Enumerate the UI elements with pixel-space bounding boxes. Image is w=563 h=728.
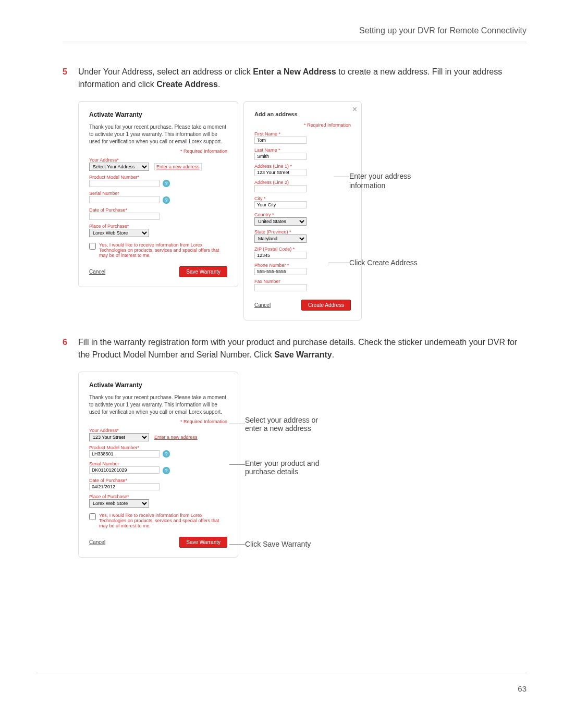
opt-in-checkbox[interactable] — [89, 513, 96, 520]
date-purchase-input[interactable] — [89, 483, 160, 490]
text: Under Your Address, select an address or… — [78, 67, 253, 76]
step6-panels: Activate Warranty Thank you for your rec… — [78, 372, 527, 558]
annot-line — [229, 544, 245, 545]
annot-line — [229, 464, 245, 465]
place-purchase-label: Place of Purchase* — [89, 224, 227, 229]
enter-new-address-link[interactable]: Enter a new address — [154, 163, 202, 170]
text: . — [332, 350, 334, 359]
cancel-link[interactable]: Cancel — [254, 302, 271, 308]
opt-in-text: Yes, I would like to receive information… — [99, 513, 227, 528]
serial-number-label: Serial Number — [89, 461, 227, 466]
save-warranty-button[interactable]: Save Warranty — [179, 537, 227, 548]
step5-panels: Activate Warranty Thank you for your rec… — [78, 101, 527, 320]
date-purchase-label: Date of Purchase* — [89, 478, 227, 483]
zip-label: ZIP (Postal Code) * — [254, 246, 351, 252]
last-name-label: Last Name * — [254, 147, 351, 153]
bold: Enter a New Address — [253, 67, 336, 76]
enter-new-address-link[interactable]: Enter a new address — [154, 435, 198, 440]
required-note: * Required Information — [89, 149, 227, 154]
footer-rule — [36, 673, 527, 673]
fax-input[interactable] — [254, 284, 307, 291]
cancel-link[interactable]: Cancel — [89, 539, 105, 545]
date-purchase-input[interactable] — [89, 213, 160, 220]
your-address-select[interactable]: Select Your Address — [89, 163, 149, 171]
text: . — [218, 80, 220, 89]
city-label: City * — [254, 196, 351, 201]
serial-number-input[interactable] — [89, 196, 160, 203]
add-address-panel: × Add an address * Required Information … — [243, 101, 362, 320]
bold: Save Warranty — [274, 350, 332, 359]
activate-warranty-panel-2: Activate Warranty Thank you for your rec… — [78, 372, 238, 558]
phone-input[interactable] — [254, 268, 307, 275]
country-label: Country * — [254, 212, 351, 217]
required-note: * Required Information — [89, 419, 227, 424]
address1-label: Address (Line 1) * — [254, 164, 351, 169]
model-number-input[interactable] — [89, 450, 160, 458]
serial-number-input[interactable] — [89, 466, 160, 474]
intro-text: Thank you for your recent purchase. Plea… — [89, 394, 227, 416]
annot-line — [334, 177, 349, 177]
state-label: State (Province) * — [254, 229, 351, 235]
close-icon[interactable]: × — [352, 105, 357, 114]
create-address-button[interactable]: Create Address — [301, 300, 351, 311]
phone-label: Phone Number * — [254, 263, 351, 268]
intro-text: Thank you for your recent purchase. Plea… — [89, 124, 227, 145]
annot-line — [229, 424, 245, 424]
address2-input[interactable] — [254, 185, 307, 192]
model-number-input[interactable] — [89, 180, 160, 187]
help-icon[interactable]: ? — [163, 450, 170, 458]
help-icon[interactable]: ? — [163, 196, 170, 204]
city-input[interactable] — [254, 201, 307, 208]
activate-warranty-panel-1: Activate Warranty Thank you for your rec… — [78, 101, 238, 287]
cancel-link[interactable]: Cancel — [89, 269, 105, 275]
help-icon[interactable]: ? — [163, 180, 170, 187]
page-header: Setting up your DVR for Remote Connectiv… — [63, 26, 527, 42]
place-purchase-select[interactable]: Lorex Web Store — [89, 229, 149, 237]
annotation-select-address: Select your address orenter a new addres… — [245, 416, 318, 433]
panel-title: Activate Warranty — [89, 381, 227, 389]
annotation-enter-address: Enter your address information — [349, 171, 427, 190]
first-name-label: First Name * — [254, 131, 351, 137]
serial-number-label: Serial Number — [89, 191, 227, 196]
date-purchase-label: Date of Purchase* — [89, 207, 227, 213]
annotation-enter-product: Enter your product andpurchase details — [245, 459, 319, 476]
your-address-select[interactable]: 123 Your Street — [89, 433, 149, 441]
save-warranty-button[interactable]: Save Warranty — [179, 266, 227, 277]
step-5: 5 Under Your Address, select an address … — [63, 66, 527, 91]
help-icon[interactable]: ? — [163, 467, 170, 474]
first-name-input[interactable] — [254, 137, 307, 144]
your-address-label: Your Address* — [89, 428, 227, 433]
state-select[interactable]: Maryland — [254, 235, 307, 243]
last-name-input[interactable] — [254, 153, 307, 160]
step-number: 5 — [63, 66, 78, 91]
model-number-label: Product Model Number* — [89, 175, 227, 180]
panel-title: Activate Warranty — [89, 111, 227, 118]
your-address-label: Your Address* — [89, 157, 227, 163]
zip-input[interactable] — [254, 252, 307, 259]
fax-label: Fax Number — [254, 279, 351, 284]
place-purchase-select[interactable]: Lorex Web Store — [89, 499, 149, 508]
bold: Create Address — [156, 80, 218, 89]
place-purchase-label: Place of Purchase* — [89, 494, 227, 499]
annotation-click-save: Click Save Warranty — [245, 540, 311, 548]
opt-in-text: Yes, I would like to receive information… — [99, 242, 227, 258]
address1-input[interactable] — [254, 169, 307, 176]
step-number: 6 — [63, 336, 78, 361]
page-number: 63 — [518, 684, 527, 693]
model-number-label: Product Model Number* — [89, 445, 227, 450]
required-note: * Required Information — [254, 122, 351, 128]
panel-title: Add an address — [254, 111, 351, 117]
annot-line — [328, 263, 349, 263]
address2-label: Address (Line 2) — [254, 180, 351, 185]
step-6: 6 Fill in the warranty registration form… — [63, 336, 527, 361]
opt-in-checkbox[interactable] — [89, 243, 96, 250]
annotation-click-create: Click Create Address — [349, 258, 418, 267]
country-select[interactable]: United States — [254, 217, 307, 226]
